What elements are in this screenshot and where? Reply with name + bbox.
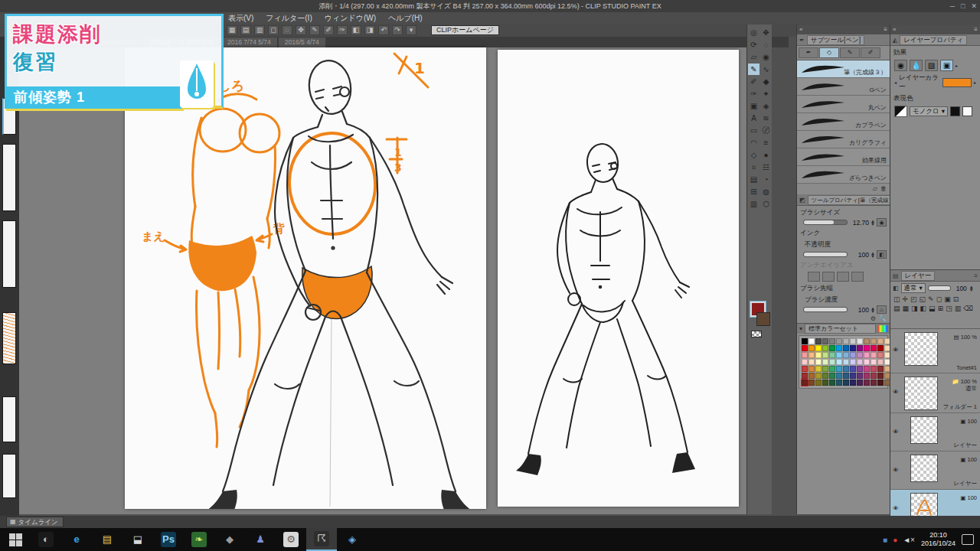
color-swatch-0-7[interactable] [850,338,856,344]
layers-menu-icon[interactable]: ≡ [974,272,978,279]
wrench-icon[interactable]: 🔧 [879,315,887,322]
color-swatch-5-0[interactable] [802,373,808,379]
color-swatch-1-1[interactable] [808,345,815,351]
panel-dock-header[interactable]: «≡ [797,24,890,34]
color-swatch-3-5[interactable] [836,359,842,365]
brush-item-6[interactable]: ざらつきペン [797,166,890,184]
color-swatch-2-8[interactable] [857,352,863,358]
layer-color-expand-icon[interactable]: ◂ [894,81,897,84]
color-swatch-3-11[interactable] [877,359,884,365]
color-swatch-4-6[interactable] [843,366,849,372]
expression-color-dropdown[interactable]: モノクロ▾ [910,106,948,116]
layer-tool-icon-b5[interactable]: ⊞ [938,305,944,312]
layer-opacity-value[interactable]: 100 [953,285,967,292]
color-swatch-3-9[interactable] [864,359,870,365]
brush-density-value[interactable]: 100 [849,306,869,314]
color-swatch-2-4[interactable] [829,352,835,358]
layer-tool-icon-a4[interactable]: ✎ [928,295,934,303]
toolbar-icon-10[interactable]: ◨ [364,25,375,35]
color-swatch-3-6[interactable] [843,359,849,365]
color-swatch-3-8[interactable] [857,359,863,365]
layer-tool-icon-b4[interactable]: ⬓ [929,305,936,312]
brush-size-stepper[interactable]: ▲▼ [871,220,875,226]
toolbar-icon-0[interactable]: ▦ [227,25,237,35]
layer-tool-icon-b7[interactable]: ▥ [955,305,962,312]
duplicate-subtool-icon[interactable]: ▱ [873,185,877,192]
color-swatch-0-4[interactable] [829,338,835,344]
white-swatch[interactable] [962,106,972,116]
color-swatch-4-0[interactable] [802,366,808,372]
effect-more-icon[interactable]: ▸ [956,64,958,67]
paint-app-taskbar-icon[interactable]: ❧ [184,528,214,551]
menu-item-3[interactable]: ヘルプ(H) [388,13,423,24]
brush-density-options-icon[interactable]: ♨ [877,305,887,314]
layer-tool-icon-a0[interactable]: ◫ [893,295,900,303]
layer-tool-icon-b2[interactable]: ◨ [911,305,918,312]
color-swatch-6-11[interactable] [877,380,884,386]
color-swatch-5-10[interactable] [871,373,877,379]
color-swatch-6-7[interactable] [850,380,856,386]
color-swatch-1-2[interactable] [815,345,822,351]
color-swatch-5-6[interactable] [843,373,849,379]
tool-icon-25[interactable]: ◔ [760,174,772,185]
color-swatch-6-3[interactable] [822,380,828,386]
color-swatch-6-1[interactable] [808,380,815,386]
page-thumbnail-4[interactable] [2,396,16,442]
color-swatch-5-7[interactable] [850,373,856,379]
layer-thumbnail[interactable] [904,377,938,410]
color-swatch-2-7[interactable] [850,352,856,358]
toolbar-icon-4[interactable]: ◌ [282,25,292,35]
tool-icon-29[interactable]: ⬡ [760,198,772,210]
tool-icon-6[interactable]: ✎ [748,64,760,75]
color-swatch-6-6[interactable] [843,380,849,386]
timeline-tab[interactable]: ▦ タイムライン [6,517,64,527]
blue-tray-icon[interactable]: ■ [883,536,887,544]
brush-density-slider[interactable] [803,307,848,312]
color-swatch-4-8[interactable] [857,366,863,372]
tool-icon-10[interactable]: ✑ [748,88,760,99]
layers-panel-title[interactable]: レイヤー [901,271,936,281]
color-swatch-6-10[interactable] [871,380,877,386]
color-swatch-3-4[interactable] [829,359,835,365]
tool-icon-4[interactable]: ▱ [748,51,760,63]
opacity-stepper[interactable]: ▲▼ [871,252,875,258]
brush-size-value[interactable]: 12.70 [849,219,869,227]
toolbar-icon-2[interactable]: ▥ [254,25,265,35]
color-swatch-3-10[interactable] [871,359,877,365]
tool-icon-24[interactable]: ▤ [748,174,760,185]
color-swatch-4-9[interactable] [864,366,870,372]
aa-strong-button[interactable] [851,272,864,282]
layer-thumbnail[interactable] [910,416,938,444]
color-swatch-1-0[interactable] [802,345,808,351]
color-swatch-2-9[interactable] [864,352,870,358]
toolbar-icon-11[interactable]: ↶ [378,25,389,35]
taskbar-clock[interactable]: 20:10 2016/10/24 [921,531,956,548]
layer-thumbnail[interactable] [910,455,938,482]
layer-tool-icon-a7[interactable]: ⊡ [953,295,959,303]
layer-row-1[interactable]: 👁📁 100 %通常フォルダー 1 [890,373,980,413]
toolbar-icon-7[interactable]: ✐ [323,25,334,35]
tool-icon-16[interactable]: ▭ [748,125,760,136]
layer-tool-icon-b8[interactable]: ⌫ [963,305,973,312]
color-swatch-2-10[interactable] [871,352,877,358]
color-swatch-3-7[interactable] [850,359,856,365]
color-swatch-0-5[interactable] [836,338,842,344]
rainbow-palette-icon[interactable] [878,325,887,332]
tool-icon-11[interactable]: ✦ [760,88,772,99]
brush-size-slider[interactable] [803,220,848,225]
toolbar-icon-12[interactable]: ↷ [392,25,403,35]
aa-middle-button[interactable] [837,272,849,282]
color-swatch-2-5[interactable] [836,352,842,358]
layer-tool-icon-a3[interactable]: ◱ [920,295,926,303]
brush-item-0[interactable]: 筆（完成線３） [797,60,890,78]
tool-icon-22[interactable]: ⌗ [748,161,760,173]
color-swatch-2-2[interactable] [815,352,822,358]
opacity-options-icon[interactable]: ◧ [877,250,887,259]
canvas-page-left[interactable]: うしろ まえ 背 1 1 3 [125,47,486,509]
color-swatch-0-6[interactable] [843,338,849,344]
toolbar-icon-9[interactable]: ◧ [351,25,361,35]
color-swatch-1-4[interactable] [829,345,835,351]
colorset-title[interactable]: 標準カラーセット [805,324,876,334]
color-swatch-6-8[interactable] [857,380,863,386]
canvas-area[interactable]: うしろ まえ 背 1 1 3 [19,47,746,514]
